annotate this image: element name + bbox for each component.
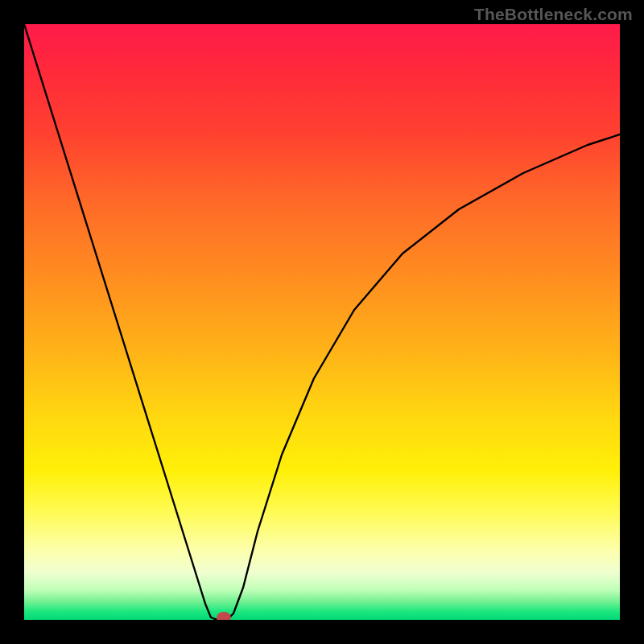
watermark-text: TheBottleneck.com xyxy=(474,5,633,24)
bottleneck-curve-path xyxy=(24,24,620,620)
chart-frame: TheBottleneck.com xyxy=(0,0,644,644)
curve-minimum-marker xyxy=(217,612,231,620)
chart-svg xyxy=(24,24,620,620)
plot-area xyxy=(24,24,620,620)
